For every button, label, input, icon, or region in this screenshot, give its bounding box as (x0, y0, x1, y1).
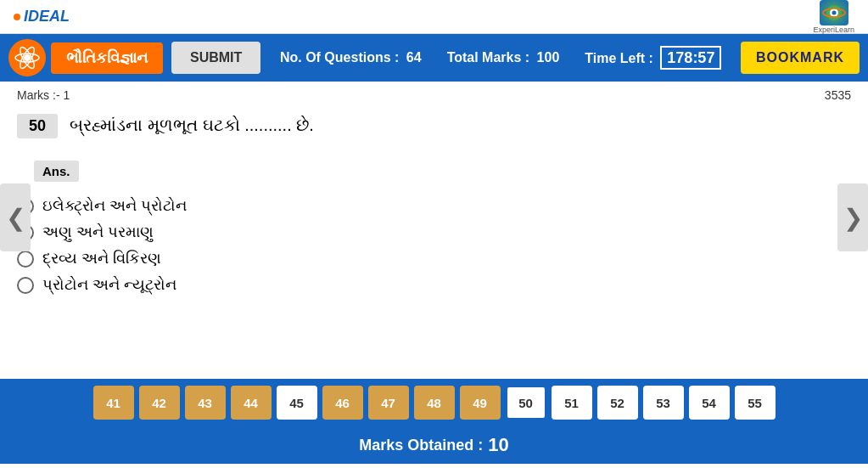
marks-obtained-value: 10 (488, 434, 508, 456)
q-nav-btn-55[interactable]: 55 (735, 386, 776, 420)
q-nav-btn-43[interactable]: 43 (185, 386, 226, 420)
question-text: બ્રહ્માંડના મૂળભૂત ઘટકો .......... છે. (70, 116, 313, 134)
option-item-2[interactable]: અણુ અને પરમાણુ (17, 223, 851, 241)
option-item-3[interactable]: દ્રવ્ય અને વિકિરણ (17, 250, 851, 268)
ans-label: Ans. (34, 161, 79, 182)
option-text-4: પ્રોટોન અને ન્યૂટ્રોન (42, 276, 176, 294)
marks-obtained-bar: Marks Obtained : 10 (0, 426, 868, 464)
header-bar: ભૌતિકવિજ્ઞાન SUBMIT No. Of Questions : 6… (0, 34, 868, 82)
timer-value: 178:57 (660, 46, 721, 70)
svg-point-4 (24, 54, 31, 61)
experilearn-logo: ExperiLearn (813, 0, 854, 34)
time-label: Time Left : 178:57 (585, 49, 721, 67)
q-nav-btn-45[interactable]: 45 (277, 386, 317, 420)
logo-area: ભૌતિકવિજ્ઞાન (8, 39, 163, 76)
q-nav-btn-50[interactable]: 50 (506, 386, 546, 420)
options-area: ઇલેક્ટ્રોન અને પ્રોટોન અણુ અને પરમાણુ દ્… (0, 197, 868, 294)
q-nav-btn-54[interactable]: 54 (689, 386, 730, 420)
q-nav-btn-44[interactable]: 44 (231, 386, 272, 420)
q-nav-btn-53[interactable]: 53 (643, 386, 684, 420)
q-nav-btn-47[interactable]: 47 (368, 386, 409, 420)
marks-info-bar: Marks :- 1 3535 (0, 82, 868, 105)
question-id: 3535 (825, 88, 851, 102)
q-nav-btn-42[interactable]: 42 (139, 386, 180, 420)
bookmark-button[interactable]: BOOKMARK (741, 42, 860, 74)
right-arrow-icon: ❯ (843, 204, 863, 232)
q-nav-btn-52[interactable]: 52 (597, 386, 638, 420)
ideal-brand: IDEAL (24, 8, 70, 25)
option-radio-3[interactable] (17, 251, 34, 268)
top-bar: IDEAL ExperiLearn (0, 0, 868, 34)
option-text-1: ઇલેક્ટ્રોન અને પ્રોટોન (42, 197, 187, 215)
q-nav-btn-48[interactable]: 48 (414, 386, 455, 420)
header-info: No. Of Questions : 64 Total Marks : 100 … (269, 49, 732, 67)
questions-count: 64 (406, 50, 422, 65)
question-area: 50 બ્રહ્માંડના મૂળભૂત ઘટકો .......... છે… (0, 105, 868, 147)
marks-value: 100 (537, 50, 560, 65)
q-nav-btn-41[interactable]: 41 (93, 386, 134, 420)
questions-label: No. Of Questions : 64 (280, 50, 422, 65)
ideal-dot (14, 14, 20, 20)
next-arrow[interactable]: ❯ (837, 183, 868, 251)
q-nav-btn-49[interactable]: 49 (460, 386, 501, 420)
prev-arrow[interactable]: ❮ (0, 183, 31, 251)
option-radio-4[interactable] (17, 277, 34, 294)
left-arrow-icon: ❮ (6, 204, 25, 232)
ideal-logo: IDEAL (14, 8, 70, 25)
marks-per-question: Marks :- 1 (17, 88, 70, 102)
q-nav-btn-51[interactable]: 51 (552, 386, 592, 420)
q-nav-btn-46[interactable]: 46 (322, 386, 363, 420)
main-content: ❮ ❯ Marks :- 1 3535 50 બ્રહ્માંડના મૂળભૂ… (0, 82, 868, 379)
option-item-4[interactable]: પ્રોટોન અને ન્યૂટ્રોન (17, 276, 851, 294)
option-text-2: અણુ અને પરમાણુ (42, 223, 154, 241)
marks-obtained-label: Marks Obtained : (359, 437, 483, 454)
question-navigation: 414243444546474849505152535455 (0, 379, 868, 426)
option-item-1[interactable]: ઇલેક્ટ્રોન અને પ્રોટોન (17, 197, 851, 215)
experilearn-label: ExperiLearn (813, 25, 854, 34)
question-number: 50 (17, 114, 58, 138)
subject-tag: ભૌતિકવિજ્ઞાન (51, 42, 163, 74)
svg-point-2 (832, 10, 836, 14)
experilearn-icon (820, 0, 848, 25)
submit-button[interactable]: SUBMIT (171, 42, 260, 74)
option-text-3: દ્રવ્ય અને વિકિરણ (42, 250, 161, 268)
atom-icon (8, 39, 46, 76)
marks-label: Total Marks : 100 (447, 50, 560, 65)
